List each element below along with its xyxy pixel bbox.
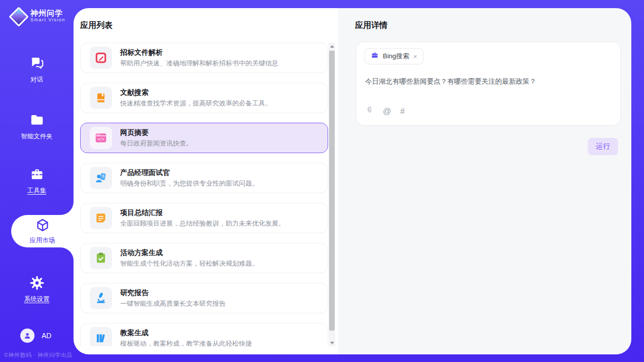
app-card-title: 项目总结汇报 — [120, 208, 285, 218]
app-card-title: 文献搜索 — [120, 88, 272, 97]
app-card-event-plan[interactable]: 活动方案生成 智能生成个性化活动方案，轻松解决规划难题。 — [80, 243, 328, 273]
books-icon — [90, 327, 112, 346]
prompt-card: Bing搜索 × 今日湖北有哪些新闻要点？有哪些需要关注的最新政策？ @ # — [356, 42, 621, 126]
browser-code-icon: </> — [90, 127, 112, 149]
scroll-down-arrow-icon[interactable] — [329, 339, 335, 346]
sidebar-item-label: 应用市场 — [30, 236, 55, 245]
app-detail-title: 应用详情 — [355, 20, 387, 31]
app-list-title: 应用列表 — [80, 20, 113, 31]
book-icon — [90, 87, 112, 109]
cube-icon — [35, 218, 50, 235]
microscope-icon — [90, 287, 112, 309]
chat-icon — [29, 56, 45, 73]
app-card-desc: 一键智能生成高质量长文本研究报告 — [120, 299, 226, 308]
sidebar-item-label: 对话 — [30, 76, 43, 84]
tool-tag-label: Bing搜索 — [383, 52, 409, 61]
sidebar-item-toolset[interactable]: 工具集 — [0, 167, 74, 195]
clipboard-check-icon — [90, 247, 112, 269]
app-card-desc: 智能生成个性化活动方案，轻松解决规划难题。 — [120, 259, 259, 268]
app-window: 神州问学 Smart Vision 对话 智能文件夹 — [0, 0, 644, 362]
user-account[interactable]: AD — [20, 329, 51, 343]
sidebar-item-smart-folder[interactable]: 智能文件夹 — [0, 113, 74, 141]
scrollbar-thumb[interactable] — [329, 51, 335, 331]
app-card-title: 研究报告 — [120, 288, 226, 298]
memo-icon — [90, 207, 112, 229]
briefcase-icon — [371, 51, 379, 61]
app-card-desc: 模板驱动，教案秒成，教学准备从此轻松快捷 — [120, 339, 252, 347]
main-content: 应用列表 招标文件解析 帮助用户快速、准确地理解和解析招标书中的关键信息 — [74, 8, 631, 354]
avatar — [20, 329, 34, 343]
doc-edit-icon — [90, 47, 112, 69]
app-card-desc: 快速精准查找学术资源，提高研究效率的必备工具。 — [120, 99, 272, 108]
gear-icon — [29, 275, 45, 293]
active-tab-curve-bottom — [60, 247, 74, 261]
toolbox-icon — [29, 167, 45, 184]
folder-icon — [29, 113, 45, 130]
at-icon[interactable]: @ — [383, 107, 391, 116]
app-card-lesson-plan[interactable]: 教案生成 模板驱动，教案秒成，教学准备从此轻松快捷 — [80, 323, 328, 346]
sidebar-item-app-market[interactable]: 应用市场 — [11, 215, 74, 247]
app-card-pm-interviewer[interactable]: 产品经理面试官 明确身份和职责，为您提供专业性的面试问题。 — [80, 163, 328, 193]
app-card-tender-parse[interactable]: 招标文件解析 帮助用户快速、准确地理解和解析招标书中的关键信息 — [80, 43, 328, 73]
app-list-scrollbar[interactable] — [329, 43, 335, 346]
brand-logo: 神州问学 Smart Vision — [9, 7, 65, 24]
run-button[interactable]: 运行 — [588, 138, 618, 155]
app-card-web-summary[interactable]: </> 网页摘要 每日政府新闻资讯快查。 — [80, 123, 328, 153]
brand-tagline: Smart Vision — [30, 17, 65, 23]
app-card-project-summary[interactable]: 项目总结汇报 全面回顾项目进展，总结经验教训，助力未来优化发展。 — [80, 203, 328, 233]
app-card-title: 产品经理面试官 — [120, 168, 259, 177]
app-list-panel: 应用列表 招标文件解析 帮助用户快速、准确地理解和解析招标书中的关键信息 — [74, 8, 338, 354]
active-tab-curve-top — [60, 202, 74, 215]
svg-text:</>: </> — [97, 137, 104, 141]
sidebar-item-settings[interactable]: 系统设置 — [0, 275, 74, 304]
app-card-literature-search[interactable]: 文献搜索 快速精准查找学术资源，提高研究效率的必备工具。 — [80, 83, 328, 113]
app-card-research-report[interactable]: 研究报告 一键智能生成高质量长文本研究报告 — [80, 283, 328, 313]
app-card-desc: 帮助用户快速、准确地理解和解析招标书中的关键信息 — [120, 59, 278, 68]
user-initials: AD — [42, 332, 51, 340]
app-detail-panel: 应用详情 Bing搜索 × 今日湖北有哪些新闻要点？有哪些需要关注的最新 — [338, 8, 631, 354]
scroll-up-arrow-icon[interactable] — [329, 43, 335, 50]
brand-name: 神州问学 — [30, 9, 65, 17]
close-icon[interactable]: × — [413, 53, 417, 60]
sidebar-item-label: 智能文件夹 — [21, 132, 53, 141]
brand-text: 神州问学 Smart Vision — [30, 9, 65, 23]
sidebar-item-label: 工具集 — [27, 187, 47, 195]
app-card-desc: 明确身份和职责，为您提供专业性的面试问题。 — [120, 179, 259, 188]
sidebar-item-chat[interactable]: 对话 — [0, 56, 74, 84]
brand-gem-icon — [9, 7, 26, 24]
person-icon — [23, 331, 32, 340]
prompt-input[interactable]: 今日湖北有哪些新闻要点？有哪些需要关注的最新政策？ — [365, 77, 610, 86]
app-card-title: 招标文件解析 — [120, 48, 278, 57]
copyright: ©神州数码 · 神州问学出品 — [4, 351, 74, 359]
sidebar: 神州问学 Smart Vision 对话 智能文件夹 — [0, 0, 74, 362]
app-card-desc: 全面回顾项目进展，总结经验教训，助力未来优化发展。 — [120, 219, 285, 228]
hash-icon[interactable]: # — [400, 107, 405, 116]
app-list: 招标文件解析 帮助用户快速、准确地理解和解析招标书中的关键信息 文献搜索 — [80, 43, 328, 346]
app-card-desc: 每日政府新闻资讯快查。 — [120, 139, 193, 148]
sidebar-item-label: 系统设置 — [24, 295, 50, 304]
app-card-title: 活动方案生成 — [120, 248, 259, 258]
tool-tag-bing-search[interactable]: Bing搜索 × — [365, 48, 423, 64]
app-card-title: 教案生成 — [120, 329, 252, 338]
attachment-toolbar: @ # — [365, 105, 405, 117]
interviewer-icon — [90, 167, 112, 189]
paperclip-icon[interactable] — [365, 105, 374, 117]
app-card-title: 网页摘要 — [120, 128, 193, 137]
